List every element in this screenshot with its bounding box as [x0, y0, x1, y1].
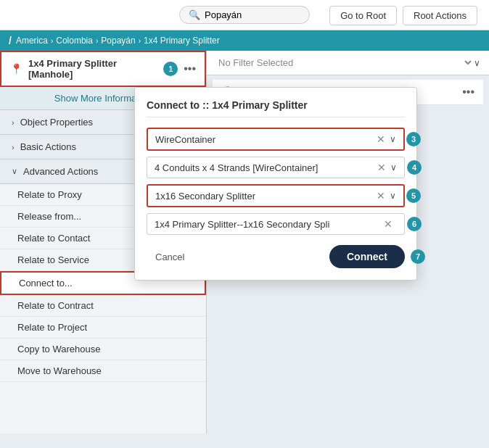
section-label: Object Properties [20, 117, 93, 128]
search-box[interactable]: 🔍 [179, 6, 310, 24]
breadcrumb-arrow: › [51, 37, 53, 45]
right-panel: No Filter Selected ∨ 🔵 1x4 Primary Split… [207, 51, 489, 434]
main-content: 📍 1x4 Primary Splitter [Manhole] 1 ••• S… [0, 51, 489, 434]
dropdown-value: 1x4 Primary Splitter--1x16 Secondary Spl… [155, 219, 384, 230]
breadcrumb-arrow: › [96, 37, 98, 45]
object-title: 1x4 Primary Splitter [Manhole] [28, 58, 157, 80]
breadcrumb-popayan[interactable]: Popayán › [101, 36, 144, 46]
dropdown-value: 4 Conduits x 4 Strands [WireContainer] [155, 162, 377, 173]
row-badge-6: 6 [407, 217, 422, 231]
connect-button[interactable]: Connect [329, 245, 405, 268]
breadcrumb-slash: / [9, 35, 12, 46]
chevron-icon: ∨ [12, 167, 17, 176]
clear-icon[interactable]: ✕ [377, 133, 385, 145]
dropdown-row-wirecontainer[interactable]: WireContainer ✕ ∨ 3 [147, 128, 405, 151]
go-to-root-button[interactable]: Go to Root [329, 6, 397, 25]
modal-title: Connect to :: 1x4 Primary Splitter [147, 99, 405, 117]
filter-select[interactable]: No Filter Selected [215, 57, 474, 69]
row-badge-5: 5 [406, 188, 421, 203]
object-header: 📍 1x4 Primary Splitter [Manhole] 1 ••• [0, 51, 206, 87]
breadcrumb-arrow: › [139, 37, 141, 45]
dropdown-value: 1x16 Secondary Splitter [155, 191, 377, 202]
filter-chevron-icon: ∨ [474, 58, 480, 68]
filter-bar: No Filter Selected ∨ [207, 51, 489, 75]
search-input[interactable] [205, 9, 292, 20]
chevron-down-icon[interactable]: ∨ [390, 134, 396, 144]
chevron-down-icon[interactable]: ∨ [390, 191, 396, 201]
object-badge: 1 [163, 62, 178, 76]
dropdown-value: WireContainer [155, 134, 377, 145]
chevron-icon: › [12, 143, 15, 152]
modal-footer: Cancel Connect 7 [147, 245, 405, 268]
object-item-dots[interactable]: ••• [462, 86, 474, 99]
connect-to-modal: Connect to :: 1x4 Primary Splitter WireC… [134, 87, 417, 281]
search-icon: 🔍 [189, 9, 200, 20]
section-label: Basic Actions [20, 141, 76, 152]
cancel-button[interactable]: Cancel [147, 247, 193, 267]
location-icon: 📍 [10, 63, 22, 75]
root-actions-button[interactable]: Root Actions [403, 6, 477, 25]
chevron-icon: › [12, 118, 15, 127]
action-buttons: Go to Root Root Actions [329, 6, 477, 25]
dropdown-row-primary-splitter[interactable]: 1x4 Primary Splitter--1x16 Secondary Spl… [147, 213, 405, 235]
menu-item-move-to-warehouse[interactable]: Move to Warehouse [0, 360, 206, 382]
menu-item-copy-to-warehouse[interactable]: Copy to Warehouse [0, 339, 206, 360]
row-badge-3: 3 [406, 132, 421, 146]
breadcrumb-colombia[interactable]: Colombia › [56, 36, 101, 46]
breadcrumb-label: 1x4 Primary Splitter [144, 36, 220, 46]
breadcrumb: / America › Colombia › Popayán › 1x4 Pri… [0, 30, 489, 51]
section-label: Advanced Actions [23, 166, 98, 177]
dropdown-row-conduits[interactable]: 4 Conduits x 4 Strands [WireContainer] ✕… [147, 157, 405, 178]
dropdown-row-secondary-splitter[interactable]: 1x16 Secondary Splitter ✕ ∨ 5 [147, 184, 405, 207]
breadcrumb-america[interactable]: America › [16, 36, 56, 46]
breadcrumb-splitter[interactable]: 1x4 Primary Splitter [144, 36, 220, 46]
breadcrumb-label: Popayán [101, 36, 135, 46]
menu-item-relate-to-project[interactable]: Relate to Project [0, 317, 206, 339]
chevron-down-icon[interactable]: ∨ [390, 162, 397, 173]
connect-badge: 7 [411, 249, 425, 264]
breadcrumb-label: America [16, 36, 48, 46]
row-badge-4: 4 [407, 160, 422, 175]
breadcrumb-label: Colombia [56, 36, 93, 46]
clear-icon[interactable]: ✕ [377, 190, 385, 202]
clear-icon[interactable]: ✕ [377, 162, 386, 173]
object-menu-dots[interactable]: ••• [184, 62, 196, 75]
menu-item-relate-to-contract[interactable]: Relate to Contract [0, 295, 206, 317]
clear-icon[interactable]: ✕ [384, 218, 393, 230]
